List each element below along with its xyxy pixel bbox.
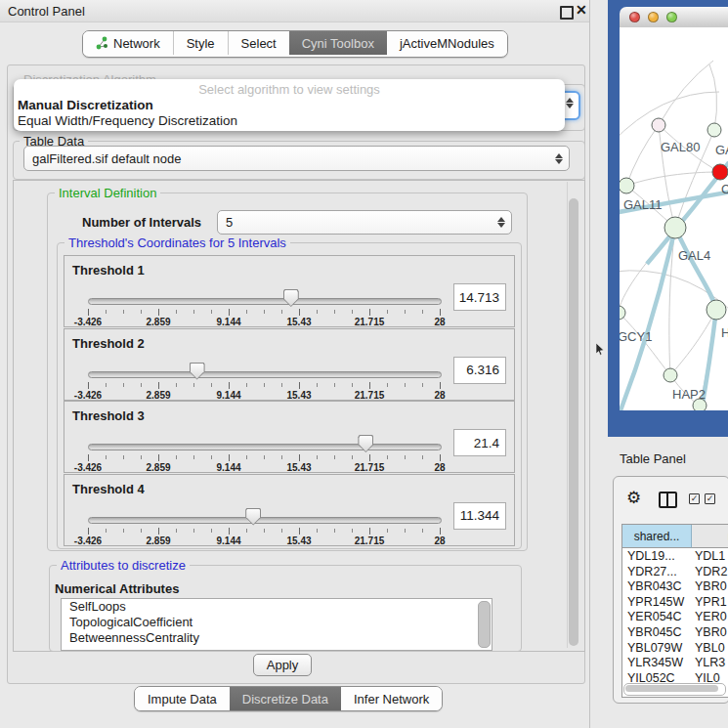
slider-track[interactable]	[88, 444, 442, 450]
tab-network[interactable]: Network	[83, 31, 173, 55]
column-header-shared-name[interactable]: shared...	[622, 525, 692, 548]
close-panel-button[interactable]: ✕	[576, 2, 587, 18]
network-node[interactable]	[664, 368, 677, 382]
table-row[interactable]: YBR045CYBR0	[622, 624, 728, 640]
algorithm-prompt-item: Select algorithm to view settings	[14, 82, 565, 97]
threshold-panel: Threshold 2 -3.4262.8599.14415.4321.7152…	[64, 328, 515, 401]
cell-name: YLR3	[695, 656, 725, 669]
algorithm-dropdown-popup: Select algorithm to view settings Manual…	[14, 79, 565, 131]
tick-label: 28	[434, 390, 445, 401]
threshold-label: Threshold 1	[72, 263, 145, 278]
attribute-list-item[interactable]: SelfLoops	[62, 599, 492, 615]
numerical-attributes-label: Numerical Attributes	[55, 581, 179, 596]
network-node[interactable]	[664, 217, 686, 238]
threshold-label: Threshold 4	[72, 482, 145, 496]
slider-track[interactable]	[88, 371, 442, 378]
table-row[interactable]: YBR043CYBR0	[622, 578, 728, 594]
tab-label: Infer Network	[354, 692, 429, 707]
network-node[interactable]	[620, 306, 625, 320]
table-hscrollbar-thumb[interactable]	[625, 685, 718, 692]
table-row[interactable]: YBL079WYBL0	[622, 640, 728, 656]
table-data-combobox[interactable]: galFiltered.sif default node	[23, 146, 570, 171]
tick-label: 2.859	[146, 390, 170, 401]
checkbox-icon[interactable]: ✓	[689, 493, 700, 504]
cell-shared-name: YPR145W	[627, 595, 684, 609]
table-settings-gear-icon[interactable]: ⚙	[626, 488, 641, 508]
attribute-list-item[interactable]: TopologicalCoefficient	[62, 615, 492, 630]
tab-jactivemnodules[interactable]: jActiveMNodules	[387, 31, 507, 55]
slider-track[interactable]	[88, 517, 442, 524]
network-node[interactable]	[707, 300, 726, 320]
num-intervals-label: Number of Intervals	[82, 215, 201, 230]
cell-name: YPR1	[695, 595, 727, 609]
attributes-group-label: Attributes to discretize	[57, 558, 190, 573]
tick-label: 2.859	[146, 535, 170, 546]
apply-button[interactable]: Apply	[253, 654, 312, 676]
tab-label: Network	[113, 36, 160, 51]
network-node[interactable]	[652, 118, 665, 132]
num-intervals-combobox[interactable]: 5	[217, 210, 512, 235]
tab-style[interactable]: Style	[173, 31, 228, 55]
num-intervals-value: 5	[226, 215, 233, 230]
dropdown-option-equal-width-frequency[interactable]: Equal Width/Frequency Discretization	[18, 113, 237, 128]
mac-zoom-button[interactable]	[666, 12, 677, 22]
tab-label: Select	[241, 36, 277, 51]
float-window-button[interactable]	[560, 6, 574, 20]
network-edge[interactable]	[626, 125, 659, 186]
tick-label: 9.144	[216, 390, 240, 401]
network-node-label: GAL4	[678, 248, 710, 263]
network-node[interactable]	[707, 123, 721, 137]
tab-select[interactable]: Select	[228, 31, 289, 55]
threshold-value-field[interactable]: 6.316	[453, 357, 506, 384]
network-node[interactable]	[620, 178, 634, 193]
threshold-panel: Threshold 4 -3.4262.8599.14415.4321.7152…	[64, 474, 515, 546]
threshold-value-field[interactable]: 21.4	[453, 429, 506, 456]
network-window-titlebar	[620, 7, 728, 28]
numerical-attributes-list[interactable]: SelfLoopsTopologicalCoefficientBetweenne…	[61, 598, 492, 651]
tab-cyni-toolbox[interactable]: Cyni Toolbox	[289, 31, 387, 55]
list-scrollbar-thumb[interactable]	[478, 601, 491, 648]
tick-label: 28	[434, 535, 445, 546]
combo-stepper-icon	[497, 211, 505, 234]
network-edge[interactable]	[626, 172, 720, 186]
table-row[interactable]: YLR345WYLR3	[622, 655, 728, 670]
table-row[interactable]: YDL19...YDL1	[622, 548, 728, 564]
network-node[interactable]	[712, 164, 728, 180]
mac-minimize-button[interactable]	[648, 12, 659, 22]
tick-label: 9.144	[216, 317, 240, 327]
thresholds-groupbox: Threshold 1 -3.4262.8599.14415.4321.7152…	[57, 242, 522, 549]
dropdown-option-manual-discretization[interactable]: Manual Discretization	[18, 98, 153, 112]
cell-shared-name: YLR345W	[627, 656, 683, 669]
column-header-name[interactable]: n...	[692, 525, 728, 548]
network-view-canvas[interactable]: GAL80GACGAL11GAL4GCY1HHAP2	[620, 27, 728, 410]
table-row[interactable]: YER054CYER0	[622, 609, 728, 624]
slider-track[interactable]	[88, 298, 442, 305]
network-edge[interactable]	[620, 228, 675, 410]
node-attribute-table: shared... n... YDL19...YDL1YDR27...YDR2Y…	[621, 524, 728, 698]
tab-label: Cyni Toolbox	[302, 36, 374, 51]
table-data-value: galFiltered.sif default node	[32, 151, 181, 166]
control-panel-title: Control Panel	[8, 4, 85, 19]
bottom-tabbar: Impute DataDiscretize DataInfer Network	[134, 686, 443, 711]
tab-discretize-data[interactable]: Discretize Data	[230, 687, 341, 710]
cell-shared-name: YER054C	[627, 610, 682, 623]
tab-infer-network[interactable]: Infer Network	[341, 687, 442, 710]
settings-scrollbar-thumb[interactable]	[569, 198, 578, 646]
threshold-value-field[interactable]: 14.713	[453, 283, 506, 311]
network-node-label: HAP2	[672, 387, 706, 402]
checkbox-icon[interactable]: ✓	[705, 493, 715, 504]
attribute-list-item[interactable]: BetweennessCentrality	[62, 630, 492, 646]
tick-label: 9.144	[216, 462, 240, 473]
mac-close-button[interactable]	[629, 12, 640, 22]
network-edge[interactable]	[709, 64, 717, 130]
network-edge[interactable]	[675, 228, 716, 310]
tick-label: 2.859	[146, 317, 170, 327]
threshold-value-field[interactable]: 11.344	[453, 502, 506, 530]
tab-impute-data[interactable]: Impute Data	[135, 687, 230, 710]
cell-name: YBR0	[695, 625, 727, 639]
table-row[interactable]: YDR27...YDR2	[622, 564, 728, 579]
table-row[interactable]: YPR145WYPR1	[622, 594, 728, 610]
tick-label: 15.43	[286, 462, 311, 473]
table-hscrollbar-track[interactable]	[623, 683, 726, 696]
column-selector-icon[interactable]	[659, 492, 677, 508]
